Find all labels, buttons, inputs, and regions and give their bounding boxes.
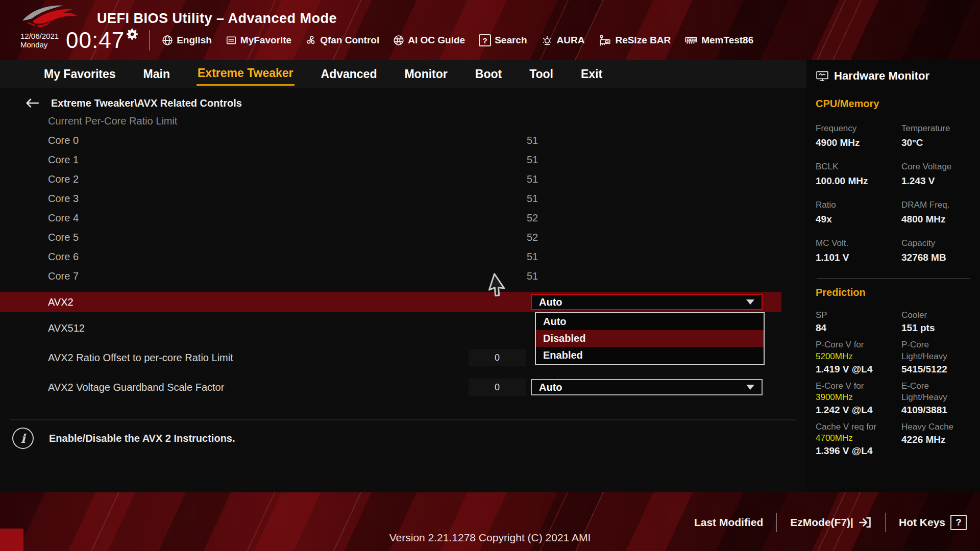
footer-divider [885,513,886,532]
avx2-row[interactable]: AVX2 Auto [0,292,781,312]
footer-divider [776,513,777,532]
stat-heavy-cache: Heavy Cache4226 MHz [901,421,971,457]
core-value: 52 [527,212,538,224]
guardband-select[interactable]: Auto [531,379,763,395]
sidebar-divider [817,278,970,279]
resize-bar-gpu-icon [598,34,611,46]
toolbar-resizebar-button[interactable]: ReSize BAR [598,34,671,46]
header-divider [149,30,150,51]
core-value: 51 [527,135,538,146]
question-mark-icon: ? [950,515,967,530]
ezmode-arrow-icon [859,516,872,529]
tab-extreme-tweaker[interactable]: Extreme Tweaker [197,62,295,86]
hot-keys-button[interactable]: Hot Keys ? [899,515,967,530]
core-value: 52 [527,232,538,243]
date-block: 12/06/2021 Monday [20,32,59,49]
tab-tool[interactable]: Tool [528,63,554,85]
toolbar-aura-button[interactable]: AURA [541,34,585,46]
hardware-monitor-icon [816,70,829,82]
stat-sp: SP84 [816,310,896,334]
help-area: i Enable/Disable the AVX 2 Instructions. [0,428,806,449]
help-divider [10,419,796,420]
tab-boot[interactable]: Boot [474,63,503,85]
globe-icon [162,35,173,46]
toolbar-language-button[interactable]: English [162,35,212,46]
cpu-memory-heading: CPU/Memory [816,98,971,110]
prediction-stats: SP84 Cooler151 pts P-Core V for 5200MHz1… [816,310,971,462]
stat-frequency: Frequency4900 MHz [816,123,896,148]
tab-main[interactable]: Main [142,63,171,85]
header: UEFI BIOS Utility – Advanced Mode 12/06/… [0,0,980,60]
cpu-memory-stats: Frequency4900 MHz Temperature30°C BCLK10… [816,123,971,276]
stat-ecore-lh: E-Core Light/Heavy4109/3881 [901,381,971,416]
stat-temperature: Temperature30°C [901,123,971,148]
ezmode-button[interactable]: EzMode(F7)| [790,516,872,529]
back-arrow-icon[interactable] [24,97,40,109]
toolbar-qfan-button[interactable]: Qfan Control [305,35,379,46]
tab-exit[interactable]: Exit [580,63,603,85]
guardband-input[interactable]: 0 [469,379,526,396]
core-row-6: Core 651 [0,247,806,266]
settings-panel: Extreme Tweaker\AVX Related Controls Cur… [0,88,806,492]
core-row-2: Core 251 [0,169,806,189]
stat-core-voltage: Core Voltage1.243 V [901,161,971,187]
stat-mc-volt: MC Volt.1.101 V [816,238,896,263]
date-label: 12/06/2021 [20,32,59,40]
core-row-1: Core 151 [0,150,806,169]
avx2-dropdown-popup: Auto Disabled Enabled [535,312,765,365]
core-value: 51 [527,154,538,166]
footer: Last Modified EzMode(F7)| Hot Keys ? Ver… [0,492,980,551]
dropdown-option-enabled[interactable]: Enabled [536,347,764,364]
hardware-monitor-panel: Hardware Monitor CPU/Memory Frequency490… [806,60,980,492]
stat-cache-v: Cache V req for 4700MHz1.396 V @L4 [816,421,896,457]
core-row-4: Core 452 [0,208,806,228]
avx2-select[interactable]: Auto [531,294,763,310]
dropdown-option-auto[interactable]: Auto [536,313,764,330]
toolbar-memtest-button[interactable]: MemTest86 [684,34,753,46]
tab-my-favorites[interactable]: My Favorites [43,63,117,85]
stat-pcore-lh: P-Core Light/Heavy5415/5122 [901,339,971,374]
section-label: Current Per-Core Ratio Limit [0,111,806,131]
core-row-0: Core 051 [0,131,806,150]
avx2-guardband-row[interactable]: AVX2 Voltage Guardband Scale Factor 0 Au… [0,378,806,397]
dropdown-option-disabled[interactable]: Disabled [536,330,764,347]
hardware-monitor-title: Hardware Monitor [834,69,929,83]
breadcrumb: Extreme Tweaker\AVX Related Controls [0,88,806,111]
stat-dram-freq: DRAM Freq.4800 MHz [901,199,971,225]
info-icon: i [12,428,34,449]
day-label: Monday [20,40,59,49]
time-settings-gear-icon[interactable] [126,28,139,41]
core-value: 51 [527,270,538,282]
app-title: UEFI BIOS Utility – Advanced Mode [97,11,337,27]
memtest-ram-icon [684,34,698,46]
rog-logo-icon [20,2,86,30]
main-menu-bar: My Favorites Main Extreme Tweaker Advanc… [0,60,806,88]
ratio-offset-input[interactable]: 0 [469,349,526,366]
stat-ratio: Ratio49x [816,199,896,225]
stat-bclk: BCLK100.00 MHz [816,161,896,187]
chevron-down-icon [746,299,754,305]
prediction-heading: Prediction [816,287,971,298]
core-row-7: Core 751 [0,266,806,286]
stat-capacity: Capacity32768 MB [901,238,971,263]
search-help-box-icon: ? [479,34,491,46]
core-value: 51 [527,193,538,205]
stat-ecore-v: E-Core V for 3900MHz1.242 V @L4 [816,381,896,416]
tab-advanced[interactable]: Advanced [320,63,378,85]
core-row-3: Core 351 [0,189,806,208]
uefi-bios-screen: UEFI BIOS Utility – Advanced Mode 12/06/… [0,0,980,551]
last-modified-button[interactable]: Last Modified [694,516,763,529]
core-value: 51 [527,251,538,263]
tab-monitor[interactable]: Monitor [403,63,448,85]
toolbar-ai-oc-button[interactable]: AI OC Guide [393,35,465,46]
toolbar-search-button[interactable]: ? Search [479,34,527,46]
core-row-5: Core 552 [0,228,806,247]
aura-lamp-icon [541,34,553,46]
fan-icon [305,35,316,46]
help-text: Enable/Disable the AVX 2 Instructions. [49,433,235,444]
core-value: 51 [527,173,538,185]
bios-version-text: Version 2.21.1278 Copyright (C) 2021 AMI [0,532,980,544]
stat-cooler: Cooler151 pts [901,310,971,334]
toolbar-myfavorite-button[interactable]: MyFavorite [226,35,291,46]
header-toolbar: English MyFavorite Qfan Control AI OC Gu… [162,34,753,46]
